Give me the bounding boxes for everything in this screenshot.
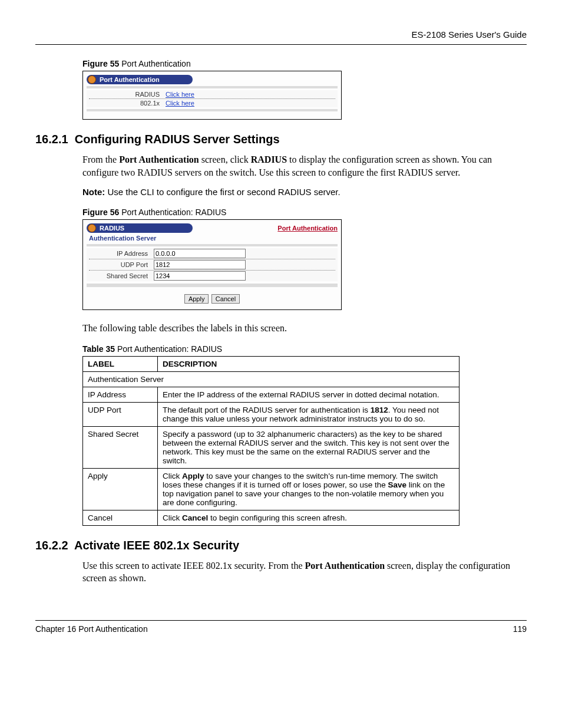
cell-desc: Click Cancel to begin configuring this s…	[158, 510, 459, 525]
header-rule	[35, 44, 527, 45]
footer-chapter: Chapter 16 Port Authentication	[35, 624, 148, 634]
figure55-caption-text: Port Authentication	[119, 59, 190, 68]
table-row: Apply Click Apply to save your changes t…	[83, 468, 459, 510]
section-title: Configuring RADIUS Server Settings	[75, 133, 280, 146]
udp-port-input[interactable]	[154, 260, 246, 269]
sec1-paragraph: From the Port Authentication screen, cli…	[82, 153, 527, 179]
cell-label: IP Address	[83, 387, 158, 402]
table35-caption: Table 35 Port Authentication: RADIUS	[82, 344, 527, 354]
table35: LABEL DESCRIPTION Authentication Server …	[82, 356, 459, 526]
footer-page-number: 119	[513, 624, 527, 634]
page-footer: Chapter 16 Port Authentication 119	[35, 620, 527, 634]
section-16-2-2-heading: 16.2.2 Activate IEEE 802.1x Security	[35, 539, 527, 552]
tab-dot-icon	[88, 75, 96, 84]
table-row: IP Address Enter the IP address of the e…	[83, 387, 459, 402]
shared-secret-input[interactable]	[154, 271, 246, 281]
table35-caption-text: Port Authentication: RADIUS	[115, 344, 222, 354]
section-number: 16.2.1	[35, 133, 68, 146]
table-row: Shared Secret Specify a password (up to …	[83, 426, 459, 468]
port-auth-tab: Port Authentication	[87, 75, 193, 84]
button-row: Apply Cancel	[87, 293, 338, 304]
section-16-2-1-heading: 16.2.1 Configuring RADIUS Server Setting…	[35, 133, 527, 146]
figure56-caption: Figure 56 Port Authentication: RADIUS	[82, 207, 527, 217]
radius-click-here-link[interactable]: Click here	[166, 91, 194, 98]
cell-label: UDP Port	[83, 402, 158, 426]
figure55-caption-num: Figure 55	[82, 59, 119, 68]
figure55-caption: Figure 55 Port Authentication	[82, 59, 527, 68]
ip-address-input[interactable]	[154, 249, 246, 258]
cell-label: Shared Secret	[83, 426, 158, 468]
8021x-click-here-link[interactable]: Click here	[166, 100, 194, 107]
radius-row: RADIUS Click here	[89, 90, 335, 99]
figure56-caption-num: Figure 56	[82, 207, 119, 217]
udp-port-row: UDP Port	[89, 259, 335, 271]
figure56-body: RADIUS Port Authentication Authenticatio…	[82, 219, 342, 310]
shared-secret-label: Shared Secret	[89, 272, 154, 279]
table35-caption-num: Table 35	[82, 344, 115, 354]
table-row: Authentication Server	[83, 371, 459, 387]
apply-button[interactable]: Apply	[184, 294, 209, 304]
port-authentication-link[interactable]: Port Authentication	[277, 225, 338, 232]
ip-address-row: IP Address	[89, 248, 335, 259]
table-intro: The following table describes the labels…	[82, 322, 527, 335]
8021x-row: 802.1x Click here	[89, 99, 335, 107]
col-label: LABEL	[83, 356, 158, 371]
section-number: 16.2.2	[35, 539, 68, 552]
8021x-label: 802.1x	[89, 100, 166, 107]
ip-address-label: IP Address	[89, 250, 154, 257]
tab-label: Port Authentication	[100, 76, 160, 83]
table-row: UDP Port The default port of the RADIUS …	[83, 402, 459, 426]
table-header-row: LABEL DESCRIPTION	[83, 356, 459, 371]
cell-label: Apply	[83, 468, 158, 510]
cell-label: Cancel	[83, 510, 158, 525]
cell-desc: Enter the IP address of the external RAD…	[158, 387, 459, 402]
tab-dot-icon	[88, 224, 96, 232]
radius-label: RADIUS	[89, 91, 166, 98]
cell-desc: The default port of the RADIUS server fo…	[158, 402, 459, 426]
auth-server-subheader: Authentication Server	[89, 235, 338, 242]
section-title: Activate IEEE 802.1x Security	[74, 539, 239, 552]
col-description: DESCRIPTION	[158, 356, 459, 371]
figure56-caption-text: Port Authentication: RADIUS	[119, 207, 226, 217]
auth-server-span: Authentication Server	[83, 371, 459, 387]
cell-desc: Specify a password (up to 32 alphanumeri…	[158, 426, 459, 468]
radius-tab: RADIUS	[87, 223, 193, 233]
note-line: Note: Use the CLI to configure the first…	[82, 187, 527, 197]
tab-label: RADIUS	[100, 225, 124, 232]
cancel-button[interactable]: Cancel	[211, 294, 240, 304]
running-header: ES-2108 Series User's Guide	[35, 29, 527, 39]
shared-secret-row: Shared Secret	[89, 271, 335, 281]
table-row: Cancel Click Cancel to begin configuring…	[83, 510, 459, 525]
udp-port-label: UDP Port	[89, 261, 154, 268]
figure55-body: Port Authentication RADIUS Click here 80…	[82, 71, 342, 120]
cell-desc: Click Apply to save your changes to the …	[158, 468, 459, 510]
sec2-paragraph: Use this screen to activate IEEE 802.1x …	[82, 559, 527, 585]
